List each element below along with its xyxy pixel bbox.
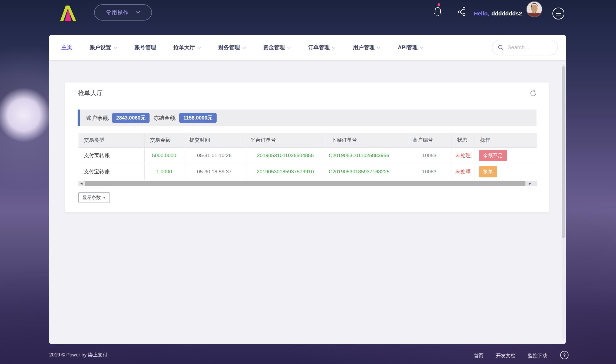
scroll-left-icon[interactable]: ◀ [78,182,84,185]
tab-funds-manage[interactable]: 资金管理 [263,44,291,51]
main-shell: 主页 账户设置 账号管理 抢单大厅 财务管理 资金管理 订单管理 用户管理 AP… [49,35,566,344]
col-header-time: 提交时间 [184,133,245,147]
user-greeting: Hello, ddddddds2 [474,0,522,27]
chevron-down-icon [114,47,117,49]
table-header-row: 交易类型 交易金额 提交时间 平台订单号 下游订单号 商户编号 状态 操作 [78,133,537,147]
quick-actions-dropdown[interactable]: 常用操作 [94,4,152,21]
balance-value-badge: 2843.0060元 [112,113,150,123]
col-header-platform-order: 平台订单号 [245,133,326,147]
notifications-bell-icon[interactable] [433,6,442,17]
grab-order-button[interactable]: 抢单 [479,166,497,177]
frozen-value-badge: 1158.0000元 [179,113,217,123]
col-header-status: 状态 [452,133,475,147]
balance-label: 账户余额: [86,114,110,122]
cell-time: 05-30 18:59:37 [184,164,245,180]
cell-amount: 5000.0000 [144,147,184,164]
balance-bar: 账户余额: 2843.0060元 冻结金额: 1158.0000元 [78,110,536,126]
avatar[interactable] [527,2,542,17]
top-header: 常用操作 Hello, ddddddds2 [0,0,616,27]
refresh-icon[interactable] [529,90,537,97]
chevron-down-icon [287,47,291,49]
search-box [492,40,558,55]
username: ddddddds2 [491,10,522,17]
order-grab-panel: 抢单大厅 账户余额: 2843.0060元 冻结金额: 1158.0000元 [65,82,549,212]
tab-account-settings[interactable]: 账户设置 [90,44,117,51]
page-footer: 2019 © Power by 柒上支付- 首页 开发文档 监控下载 ? [0,348,616,362]
cell-merchant-id: 10083 [407,164,452,180]
chevron-down-icon [197,47,201,49]
cell-action: 余额不足 [475,147,537,164]
cell-downstream-order: C20190530185937168225 [326,164,407,180]
orders-table: 交易类型 交易金额 提交时间 平台订单号 下游订单号 商户编号 状态 操作 [78,133,537,180]
cell-time: 05-31 01:10:26 [184,147,245,164]
tab-order-grab-hall[interactable]: 抢单大厅 [173,44,201,51]
horizontal-scrollbar[interactable]: ◀ ▶ [78,181,537,186]
nav-tabs: 主页 账户设置 账号管理 抢单大厅 财务管理 资金管理 订单管理 用户管理 AP… [61,44,423,51]
footer-link-dev-docs[interactable]: 开发文档 [496,352,515,359]
quick-actions-label: 常用操作 [106,9,129,16]
share-network-icon[interactable] [458,6,467,16]
brand-logo-icon[interactable] [59,5,77,22]
cell-status: 未处理 [452,164,475,180]
table-row: 支付宝转账 5000.0000 05-31 01:10:26 201905310… [78,147,537,164]
nav-bar: 主页 账户设置 账号管理 抢单大厅 财务管理 资金管理 订单管理 用户管理 AP… [49,35,566,60]
tab-account-manage[interactable]: 账号管理 [134,44,156,51]
menu-icon[interactable] [551,6,566,21]
caret-down-icon: ▼ [103,196,106,199]
cell-action: 抢单 [475,164,537,180]
scroll-right-icon[interactable]: ▶ [527,182,533,185]
insufficient-balance-button[interactable]: 余额不足 [479,150,507,161]
page-background: 常用操作 Hello, ddddddds2 [0,0,616,364]
greeting-prefix: Hello, [474,10,489,17]
cell-merchant-id: 10083 [407,147,452,164]
chevron-down-icon [420,47,423,49]
tab-finance-manage[interactable]: 财务管理 [218,44,246,51]
col-header-downstream-order: 下游订单号 [326,133,407,147]
cell-downstream-order: C20190531011025883956 [326,147,407,164]
tab-order-manage[interactable]: 订单管理 [308,44,336,51]
col-header-merchant-id: 商户编号 [407,133,452,147]
horizontal-scrollbar-thumb[interactable] [85,181,525,186]
cell-platform-order: 20190530185937579910 [245,164,326,180]
chevron-down-icon [377,47,380,49]
frozen-label: 冻结金额: [153,114,177,122]
notification-dot [438,3,440,6]
footer-link-home[interactable]: 首页 [474,352,483,359]
cell-platform-order: 20190531011026504855 [245,147,326,164]
cell-status: 未处理 [452,147,475,164]
copyright-text: 2019 © Power by 柒上支付- [49,352,109,358]
search-input[interactable] [508,44,548,51]
tab-user-manage[interactable]: 用户管理 [353,44,380,51]
orders-table-wrap: 交易类型 交易金额 提交时间 平台订单号 下游订单号 商户编号 状态 操作 [78,133,537,180]
panel-title: 抢单大厅 [78,89,103,97]
chevron-down-icon [136,11,140,14]
col-header-amount: 交易金额 [144,133,184,147]
col-header-action: 操作 [475,133,537,147]
help-icon[interactable]: ? [560,350,569,360]
table-row: 支付宝转账 1.0000 05-30 18:59:37 201905301859… [78,164,537,180]
cell-type: 支付宝转账 [78,147,144,164]
cell-type: 支付宝转账 [78,164,144,180]
tab-home[interactable]: 主页 [61,44,72,51]
footer-links: 首页 开发文档 监控下载 ? [474,352,569,360]
chevron-down-icon [332,47,336,49]
chevron-down-icon [242,47,246,49]
col-header-type: 交易类型 [78,133,144,147]
search-icon [498,45,504,51]
tab-api-manage[interactable]: API管理 [398,44,423,51]
svg-text:?: ? [563,353,565,358]
page-size-label: 显示条数 [82,194,101,201]
footer-link-monitor-download[interactable]: 监控下载 [528,352,547,359]
page-size-dropdown[interactable]: 显示条数 ▼ [78,192,110,203]
content-area: 抢单大厅 账户余额: 2843.0060元 冻结金额: 1158.0000元 [49,60,566,344]
vertical-scrollbar-thumb[interactable] [562,66,565,238]
cell-amount: 1.0000 [144,164,184,180]
